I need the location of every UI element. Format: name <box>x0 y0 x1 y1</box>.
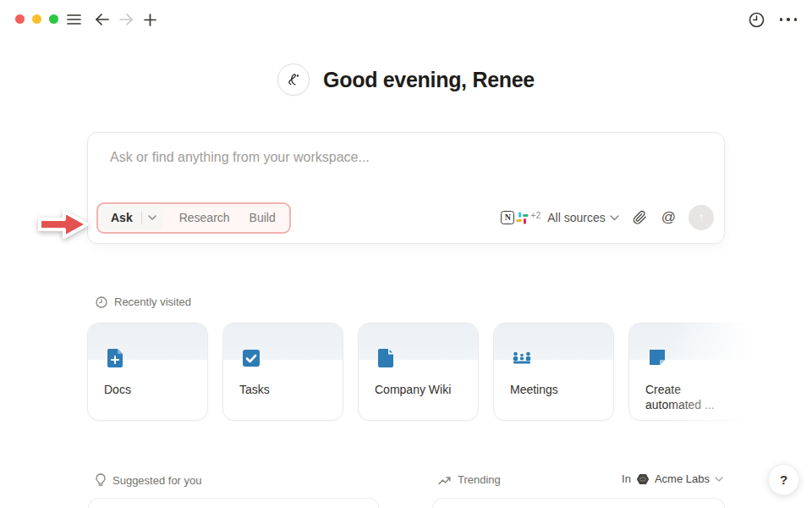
mention-icon[interactable]: @ <box>661 209 676 226</box>
zoom-window-button[interactable] <box>49 14 58 24</box>
ask-mode-button[interactable]: Ask <box>101 207 163 229</box>
forward-arrow-icon[interactable] <box>117 10 135 29</box>
more-ellipsis-icon[interactable] <box>779 10 798 29</box>
chevron-down-icon <box>610 215 619 221</box>
lightbulb-icon <box>96 473 106 487</box>
source-icons-cluster[interactable]: N +2 <box>501 211 540 224</box>
menu-icon[interactable] <box>64 10 83 29</box>
window-topbar <box>0 0 812 37</box>
build-mode-button[interactable]: Build <box>246 207 279 228</box>
workspace-switcher[interactable]: In Acme Labs <box>622 472 723 485</box>
card-docs[interactable]: Docs <box>87 323 208 421</box>
suggested-list-card[interactable] <box>88 498 379 508</box>
search-input[interactable] <box>110 150 702 165</box>
history-clock-icon[interactable] <box>747 10 765 29</box>
page-title: Good evening, Renee <box>323 68 535 92</box>
paperclip-icon[interactable] <box>633 210 647 225</box>
doc-plus-icon <box>105 347 127 369</box>
notion-icon: N <box>501 211 514 224</box>
greeting-header: Good evening, Renee <box>0 64 812 96</box>
workspace-logo-icon <box>636 473 650 485</box>
card-title: Company Wiki <box>375 383 468 398</box>
window-controls <box>15 14 58 24</box>
recently-visited-header: Recently visited <box>96 295 191 308</box>
close-window-button[interactable] <box>15 14 25 24</box>
recently-visited-cards: Docs Tasks Company Wiki Meetings <box>0 323 812 422</box>
research-mode-button[interactable]: Research <box>176 207 233 228</box>
composer-toolbar: Ask Research Build N +2 All sources <box>96 202 714 234</box>
back-arrow-icon[interactable] <box>93 10 112 29</box>
card-tasks[interactable]: Tasks <box>222 323 343 421</box>
workspace-prefix: In <box>622 472 631 485</box>
note-fold-icon <box>646 347 668 369</box>
annotation-highlight-box: Ask Research Build <box>96 202 291 234</box>
page-icon <box>376 347 398 369</box>
extra-sources-count: +2 <box>530 210 540 220</box>
pill-divider <box>141 212 142 224</box>
send-button[interactable]: ↑ <box>689 205 714 230</box>
card-title: Tasks <box>239 383 332 398</box>
help-button[interactable]: ? <box>768 464 799 495</box>
card-title: Create automated ... <box>645 383 738 412</box>
suggested-header: Suggested for you <box>96 473 202 487</box>
ask-mode-label: Ask <box>111 211 133 224</box>
card-company-wiki[interactable]: Company Wiki <box>358 323 479 421</box>
minimize-window-button[interactable] <box>32 14 41 24</box>
composer-actions: N +2 All sources @ ↑ <box>501 205 714 230</box>
notion-ai-face-icon <box>277 64 310 96</box>
all-sources-dropdown[interactable]: All sources <box>547 211 618 224</box>
card-create-automated[interactable]: Create automated ... <box>628 323 749 421</box>
meeting-people-icon <box>511 347 533 369</box>
trending-list-card[interactable] <box>432 498 725 508</box>
annotation-arrow-icon <box>36 205 91 246</box>
clock-icon <box>96 296 107 308</box>
chevron-down-icon <box>715 477 723 482</box>
card-title: Docs <box>104 383 197 398</box>
slack-icon <box>516 212 529 224</box>
checkbox-icon <box>240 347 262 369</box>
search-composer: Ask Research Build N +2 All sources <box>87 132 725 244</box>
trending-header: Trending <box>438 473 501 486</box>
suggested-label: Suggested for you <box>112 474 202 487</box>
card-meetings[interactable]: Meetings <box>493 323 614 421</box>
trending-up-icon <box>438 475 451 485</box>
trending-label: Trending <box>458 473 501 486</box>
card-title: Meetings <box>510 383 603 398</box>
plus-icon[interactable] <box>140 10 159 29</box>
chevron-down-icon[interactable] <box>148 215 156 220</box>
workspace-name: Acme Labs <box>655 472 710 485</box>
recently-visited-label: Recently visited <box>114 295 191 308</box>
